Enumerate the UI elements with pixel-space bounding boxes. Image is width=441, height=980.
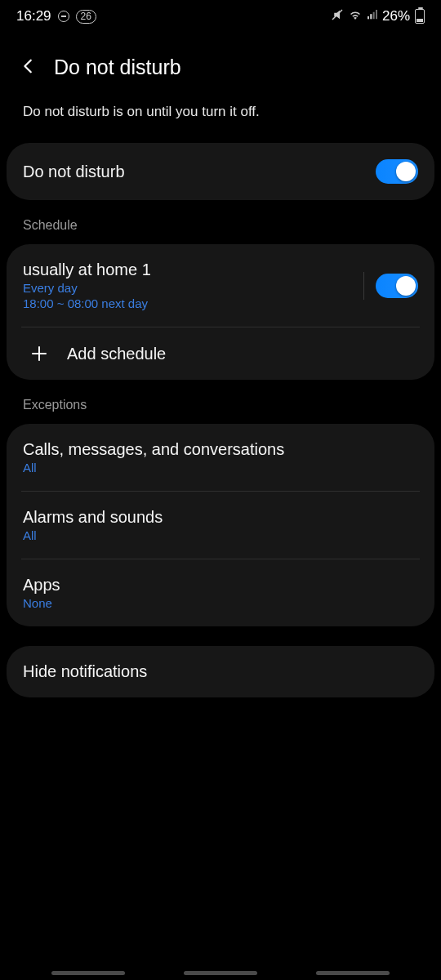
exception-calls-row[interactable]: Calls, messages, and conversations All (7, 424, 434, 491)
add-schedule-label: Add schedule (67, 345, 166, 363)
nav-bar (0, 971, 441, 975)
nav-back[interactable] (316, 971, 390, 975)
mute-icon (330, 7, 345, 26)
master-label: Do not disturb (23, 163, 376, 181)
master-toggle-card: Do not disturb (7, 143, 434, 200)
schedule-toggle[interactable] (376, 274, 418, 298)
exception-apps-row[interactable]: Apps None (7, 559, 434, 626)
master-toggle[interactable] (376, 159, 418, 184)
page-subtitle: Do not disturb is on until you turn it o… (0, 91, 441, 140)
exception-apps-title: Apps (23, 576, 418, 595)
nav-recent[interactable] (51, 971, 125, 975)
dnd-status-icon (58, 11, 69, 22)
exception-apps-value: None (23, 596, 418, 610)
status-right: 26% (330, 7, 425, 26)
hide-notifications-row[interactable]: Hide notifications (7, 646, 434, 697)
signal-icon (366, 8, 379, 25)
toggle-divider (363, 272, 364, 300)
master-toggle-row[interactable]: Do not disturb (7, 143, 434, 200)
hide-notifications-card: Hide notifications (7, 646, 434, 697)
wifi-icon (348, 7, 363, 26)
exceptions-section-label: Exceptions (0, 383, 441, 421)
exception-alarms-value: All (23, 528, 418, 542)
exception-alarms-row[interactable]: Alarms and sounds All (7, 492, 434, 559)
battery-percent: 26% (382, 8, 410, 24)
schedule-days: Every day (23, 281, 363, 295)
schedule-section-label: Schedule (0, 203, 441, 241)
hide-notifications-title: Hide notifications (23, 662, 418, 681)
exceptions-card: Calls, messages, and conversations All A… (7, 424, 434, 626)
chevron-left-icon (20, 57, 38, 75)
schedule-time: 18:00 ~ 08:00 next day (23, 296, 363, 310)
exception-calls-title: Calls, messages, and conversations (23, 440, 418, 459)
battery-icon (415, 9, 425, 24)
status-left: 16:29 26 (16, 8, 96, 24)
exception-alarms-title: Alarms and sounds (23, 508, 418, 527)
schedule-entry-row[interactable]: usually at home 1 Every day 18:00 ~ 08:0… (7, 244, 434, 327)
notification-badge: 26 (76, 10, 96, 24)
page-title: Do not disturb (54, 56, 181, 79)
nav-home[interactable] (184, 971, 257, 975)
plus-icon (29, 344, 49, 363)
app-header: Do not disturb (0, 33, 441, 91)
exception-calls-value: All (23, 461, 418, 474)
schedule-card: usually at home 1 Every day 18:00 ~ 08:0… (7, 244, 434, 380)
schedule-name: usually at home 1 (23, 261, 363, 279)
add-schedule-row[interactable]: Add schedule (7, 327, 434, 380)
clock: 16:29 (16, 8, 51, 24)
back-button[interactable] (20, 57, 38, 78)
status-bar: 16:29 26 26% (0, 0, 441, 33)
